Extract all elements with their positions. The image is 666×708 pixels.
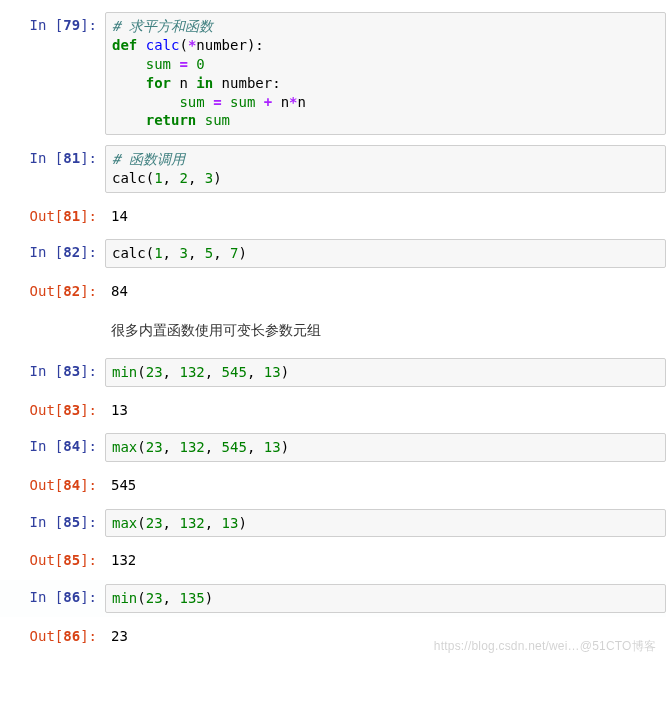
code-cell-output: Out[82]: 84 [0,274,666,308]
code-editor[interactable]: max(23, 132, 13) [105,509,666,538]
output-text: 14 [105,203,666,229]
input-prompt: In [85]: [0,509,105,538]
output-prompt: Out[85]: [0,547,105,573]
input-prompt: In [84]: [0,433,105,462]
code-cell-input[interactable]: In [82]: calc(1, 3, 5, 7) [0,235,666,272]
empty-prompt [0,314,105,348]
code-cell-input[interactable]: In [83]: min(23, 132, 545, 13) [0,354,666,391]
code-cell-output: Out[85]: 132 [0,543,666,577]
input-prompt: In [83]: [0,358,105,387]
markdown-cell[interactable]: 很多内置函数使用可变长参数元组 [0,310,666,352]
code-cell-input[interactable]: In [86]: min(23, 135) [0,580,666,617]
code-editor[interactable]: # 求平方和函数 def calc(*number): sum = 0 for … [105,12,666,135]
output-text: 84 [105,278,666,304]
output-text: 545 [105,472,666,498]
input-prompt: In [79]: [0,12,105,135]
code-cell-output: Out[83]: 13 [0,393,666,427]
code-editor[interactable]: calc(1, 3, 5, 7) [105,239,666,268]
input-prompt: In [82]: [0,239,105,268]
markdown-text: 很多内置函数使用可变长参数元组 [105,314,666,348]
output-prompt: Out[81]: [0,203,105,229]
code-cell-input[interactable]: In [85]: max(23, 132, 13) [0,505,666,542]
code-cell-input[interactable]: In [81]: # 函数调用 calc(1, 2, 3) [0,141,666,197]
code-editor[interactable]: # 函数调用 calc(1, 2, 3) [105,145,666,193]
input-prompt: In [86]: [0,584,105,613]
code-cell-input[interactable]: In [79]: # 求平方和函数 def calc(*number): sum… [0,8,666,139]
input-prompt: In [81]: [0,145,105,193]
code-cell-input[interactable]: In [84]: max(23, 132, 545, 13) [0,429,666,466]
code-editor[interactable]: min(23, 135) [105,584,666,613]
output-text: 13 [105,397,666,423]
output-prompt: Out[86]: [0,623,105,649]
watermark-text: https://blog.csdn.net/wei…@51CTO博客 [434,638,656,655]
code-editor[interactable]: max(23, 132, 545, 13) [105,433,666,462]
output-text: 132 [105,547,666,573]
output-prompt: Out[82]: [0,278,105,304]
code-cell-output: Out[81]: 14 [0,199,666,233]
output-prompt: Out[83]: [0,397,105,423]
output-prompt: Out[84]: [0,472,105,498]
notebook-container: In [79]: # 求平方和函数 def calc(*number): sum… [0,8,666,653]
code-editor[interactable]: min(23, 132, 545, 13) [105,358,666,387]
code-cell-output: Out[84]: 545 [0,468,666,502]
